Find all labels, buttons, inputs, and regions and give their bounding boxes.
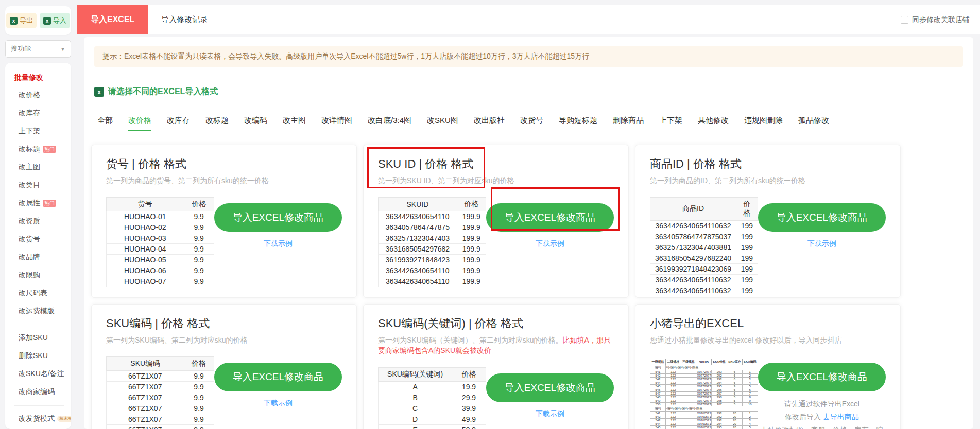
export-button[interactable]: x 导出 [6, 13, 37, 28]
sidebar-item[interactable]: 改商家编码 [19, 387, 71, 397]
sidebar-item[interactable]: 改类目 [19, 181, 71, 190]
filter-tab[interactable]: 上下架 [659, 116, 682, 131]
table-cell: -编码-编码-编码-编码-颜色 [665, 406, 758, 412]
tab-import-excel[interactable]: 导入EXCEL [77, 5, 148, 34]
table-header-cell: SKUID [379, 198, 457, 211]
notice-banner: 提示：Excel表格不能设置为只读表格，会导致导入失败。高级版用户单次导入Exc… [94, 46, 963, 67]
download-sample-link[interactable]: 下载示例 [536, 409, 564, 419]
sidebar-item[interactable]: 改主图 [19, 163, 71, 172]
sidebar-item-label: 改商家编码 [19, 387, 55, 397]
sidebar-item[interactable]: 改库存 [19, 109, 71, 118]
card-title: 商品ID | 价格 格式 [650, 156, 886, 172]
table-cell: 294 [712, 422, 727, 426]
import-excel-button[interactable]: 导入EXCEL修改商品 [758, 203, 886, 232]
import-excel-button[interactable]: 导入EXCEL修改商品 [214, 203, 342, 232]
download-sample-link[interactable]: 下载示例 [264, 399, 293, 408]
excel-icon: x [94, 87, 104, 97]
table-cell: 122 [665, 415, 681, 419]
sidebar-item[interactable]: 改SKU名/备注 [19, 369, 71, 379]
table-cell: 8 [742, 396, 758, 399]
sync-checkbox[interactable] [901, 16, 908, 24]
filter-tab[interactable]: 改标题 [205, 116, 229, 131]
filter-tab[interactable]: 改白底/3:4图 [368, 116, 411, 131]
import-button[interactable]: x 导入 [40, 13, 70, 28]
go-export-link[interactable]: 去导出商品 [823, 413, 859, 421]
filter-tab[interactable]: 导购短标题 [559, 116, 597, 131]
filter-tab[interactable]: 其他修改 [698, 116, 729, 131]
table-cell: 3619939271848423069 [650, 264, 736, 275]
filter-tab[interactable]: 改出版社 [474, 116, 505, 131]
table-row: 544122X0772977429464 [650, 381, 758, 385]
sidebar-item[interactable]: 改货号 [19, 235, 71, 244]
sidebar-item[interactable]: 改属性热门 [19, 199, 71, 208]
sidebar-item[interactable]: 改运费模版 [19, 307, 71, 316]
note-line: 支持修改标题、客服、价格、库存、编码 [758, 424, 886, 429]
table-cell: 29.9 [452, 392, 486, 403]
sidebar-item[interactable]: 上下架 [19, 127, 71, 136]
sidebar-item[interactable]: 删除SKU [19, 351, 71, 361]
table-cell: 9 [742, 399, 758, 403]
table-header-row: SKU编码(关键词)价格 [379, 367, 486, 381]
sidebar-item-label: 改货号 [19, 235, 40, 244]
sidebar-item-label: 改类目 [19, 181, 40, 190]
sidebar: 批量修改 改价格改库存上下架改标题热门改主图改类目改属性热门改资质改货号改品牌改… [5, 63, 71, 429]
download-sample-link[interactable]: 下载示例 [807, 239, 836, 248]
table-cell: 543 [650, 378, 666, 381]
import-excel-button[interactable]: 导入EXCEL修改商品 [486, 373, 614, 402]
filter-tab[interactable]: 删除商品 [613, 116, 644, 131]
table-row: 3631685054297682240199 [650, 253, 758, 264]
filter-tabs: 全部改价格改库存改标题改编码改主图改详情图改白底/3:4图改SKU图改出版社改货… [97, 116, 963, 131]
tab-import-history[interactable]: 导入修改记录 [148, 5, 221, 34]
filter-tab[interactable]: 改SKU图 [427, 116, 458, 131]
table-row: 66TZ1X079.9 [107, 414, 214, 425]
function-search-select[interactable]: 搜功能 ▼ [5, 40, 71, 58]
table-header-cell: 货号 [107, 198, 184, 211]
import-excel-button[interactable]: 导入EXCEL修改商品 [486, 203, 614, 232]
speed-delivery-badge: 极速发货 [57, 416, 71, 422]
table-cell [681, 426, 696, 429]
sidebar-item[interactable]: 改发货模式极速发货 [19, 414, 71, 423]
table-cell: 9 [727, 385, 743, 388]
table-cell: 294 [712, 381, 727, 385]
table-cell: 199 [736, 221, 758, 231]
filter-tab[interactable]: 改货号 [520, 116, 543, 131]
filter-tab[interactable]: 改价格 [128, 116, 151, 131]
download-sample-link[interactable]: 下载示例 [264, 239, 293, 248]
table-cell: 5 [727, 399, 743, 403]
table-cell: 4 [742, 422, 758, 426]
sidebar-item-label: 改限购 [19, 271, 40, 280]
table-cell: 9.9 [184, 392, 214, 403]
filter-tab[interactable]: 改详情图 [321, 116, 352, 131]
table-cell: X07729775 [696, 396, 712, 399]
table-row: HUOHAO-019.9 [107, 211, 214, 222]
sidebar-section-title: 批量修改 [14, 73, 71, 82]
table-header-cell: 价格 [452, 367, 486, 381]
table-row: 550122X07729775307510 [650, 403, 758, 406]
sidebar-item[interactable]: 改资质 [19, 217, 71, 226]
table-cell: 199 [736, 285, 758, 296]
filter-tab[interactable]: 改编码 [244, 116, 267, 131]
filter-tab[interactable]: 改主图 [283, 116, 306, 131]
sidebar-item[interactable]: 添加SKU [19, 333, 71, 343]
download-sample-link[interactable]: 下载示例 [536, 239, 564, 248]
sidebar-item-label: 改主图 [19, 163, 40, 172]
sidebar-item[interactable]: 改标题热门 [19, 145, 71, 154]
table-row: 543122X0772977429363 [650, 378, 758, 381]
table-cell [681, 415, 696, 419]
table-cell: 9.9 [184, 211, 214, 222]
filter-tab[interactable]: 全部 [97, 116, 113, 131]
sidebar-item[interactable]: 改价格 [19, 91, 71, 100]
table-cell: X07605715 [696, 412, 712, 415]
import-excel-button[interactable]: 导入EXCEL修改商品 [758, 363, 886, 391]
table-cell: 9.9 [184, 222, 214, 233]
table-header-cell: 价格 [184, 357, 214, 371]
excel-icon: x [43, 17, 51, 25]
sidebar-item[interactable]: 改限购 [19, 271, 71, 280]
filter-tab[interactable]: 违规图删除 [744, 116, 783, 131]
filter-tab[interactable]: 改库存 [167, 116, 190, 131]
sidebar-item[interactable]: 改品牌 [19, 253, 71, 262]
filter-tab[interactable]: 孤品修改 [798, 116, 829, 131]
sidebar-item[interactable]: 改尺码表 [19, 289, 71, 298]
import-excel-button[interactable]: 导入EXCEL修改商品 [214, 363, 342, 391]
table-row: 66TZ1X079.9 [107, 425, 214, 429]
